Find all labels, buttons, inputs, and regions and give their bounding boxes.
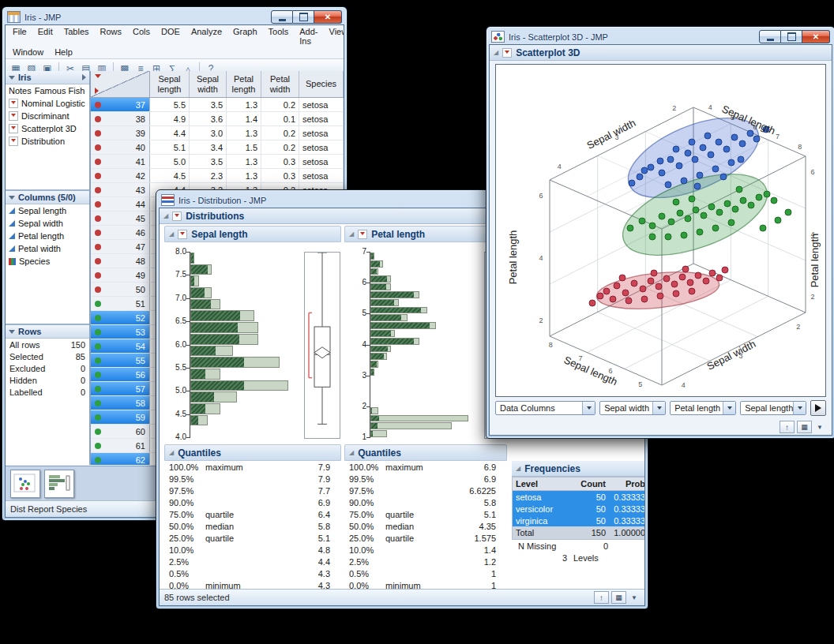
scroll-to-top-icon[interactable] xyxy=(780,421,795,433)
minimize-button[interactable] xyxy=(271,10,293,24)
table-corner-cell[interactable] xyxy=(91,71,150,97)
menu-tools[interactable]: Tools xyxy=(263,26,295,47)
histogram-bar[interactable] xyxy=(190,253,194,264)
histogram-bar[interactable] xyxy=(190,322,258,333)
histogram-bar[interactable] xyxy=(370,346,391,353)
data-point-setosa[interactable] xyxy=(631,280,637,286)
column-header[interactable]: Species xyxy=(299,71,344,97)
table-cell[interactable]: 1.5 xyxy=(227,140,261,154)
panel-collapse-icon[interactable] xyxy=(9,76,15,80)
red-triangle-menu-icon[interactable] xyxy=(9,99,18,108)
disclosure-icon[interactable]: ◢ xyxy=(163,213,168,219)
scroll-to-top-icon[interactable] xyxy=(594,591,609,604)
data-point-virginica[interactable] xyxy=(720,174,727,180)
data-point-virginica[interactable] xyxy=(641,167,648,174)
table-cell[interactable]: 1.3 xyxy=(227,155,261,168)
menu-add-ins[interactable]: Add-Ins xyxy=(294,26,323,47)
histogram-bar[interactable] xyxy=(190,334,258,345)
histogram-bar[interactable] xyxy=(370,260,383,268)
data-point-versicolor[interactable] xyxy=(771,197,777,204)
data-point-setosa[interactable] xyxy=(657,293,663,299)
row-number-cell[interactable]: 59 xyxy=(91,410,150,424)
table-cell[interactable]: 3.6 xyxy=(190,112,227,125)
table-cell[interactable]: 1.3 xyxy=(227,126,261,140)
menu-edit[interactable]: Edit xyxy=(32,26,58,47)
histogram-bar[interactable] xyxy=(190,391,237,402)
row-number-cell[interactable]: 50 xyxy=(91,283,150,296)
data-point-setosa[interactable] xyxy=(603,288,610,294)
columns-panel-header[interactable]: Columns (5/0) xyxy=(6,191,89,204)
outline-frequencies[interactable]: ◢ Frequencies xyxy=(512,461,644,477)
data-point-virginica[interactable] xyxy=(673,146,679,152)
data-point-setosa[interactable] xyxy=(626,298,632,304)
data-point-versicolor[interactable] xyxy=(685,215,691,222)
axis-combo-3[interactable]: Sepal length xyxy=(740,401,806,415)
data-point-setosa[interactable] xyxy=(622,290,629,296)
histogram-bar[interactable] xyxy=(190,310,254,321)
row-number-cell[interactable]: 56 xyxy=(91,368,150,381)
dropdown-icon[interactable] xyxy=(814,421,825,432)
data-point-virginica[interactable] xyxy=(648,164,654,170)
table-cell[interactable]: 1.3 xyxy=(227,98,261,111)
data-point-setosa[interactable] xyxy=(641,296,648,302)
histogram-bar[interactable] xyxy=(190,403,220,414)
row-number-cell[interactable]: 48 xyxy=(91,254,150,268)
data-columns-combo[interactable]: Data Columns xyxy=(495,401,595,415)
data-point-setosa[interactable] xyxy=(640,286,646,292)
maximize-button[interactable] xyxy=(781,30,802,43)
histogram-bar[interactable] xyxy=(370,253,374,260)
table-cell[interactable]: 0.2 xyxy=(261,126,299,140)
data-point-versicolor[interactable] xyxy=(649,234,656,240)
data-point-versicolor[interactable] xyxy=(639,218,645,224)
histogram-bar[interactable] xyxy=(190,299,220,310)
column-item[interactable]: Petal width xyxy=(6,242,89,255)
data-point-setosa[interactable] xyxy=(597,293,603,299)
disclosure-icon[interactable]: ◢ xyxy=(494,50,498,56)
data-point-virginica[interactable] xyxy=(738,156,744,163)
disclosure-icon[interactable]: ◢ xyxy=(349,450,354,456)
table-cell[interactable]: setosa xyxy=(299,155,344,168)
table-cell[interactable]: 3.5 xyxy=(190,98,227,111)
scatterplot-3d-plot[interactable]: 432456788765432642642Sepal widthSepal le… xyxy=(495,64,826,397)
table-cell[interactable]: 2.3 xyxy=(190,169,227,182)
histogram-bar[interactable] xyxy=(190,264,212,275)
data-point-versicolor[interactable] xyxy=(689,196,695,202)
histogram-bar[interactable] xyxy=(370,314,408,321)
histogram-bar[interactable] xyxy=(370,415,468,422)
histogram-bar[interactable] xyxy=(370,307,427,314)
chevron-down-icon[interactable] xyxy=(652,402,665,414)
data-point-versicolor[interactable] xyxy=(740,197,746,204)
panel-expand-icon[interactable] xyxy=(82,74,86,80)
histogram-bar[interactable] xyxy=(190,346,233,357)
data-point-versicolor[interactable] xyxy=(756,194,762,200)
histogram-bar[interactable] xyxy=(370,353,387,360)
data-point-virginica[interactable] xyxy=(667,156,674,163)
red-triangle-menu-icon[interactable] xyxy=(172,212,182,221)
row-number-cell[interactable]: 51 xyxy=(91,297,150,310)
data-point-virginica[interactable] xyxy=(676,163,682,169)
outline-quantiles[interactable]: ◢ Quantiles xyxy=(344,444,507,461)
table-cell[interactable]: 0.1 xyxy=(261,112,299,125)
data-point-setosa[interactable] xyxy=(687,279,693,286)
row-number-cell[interactable]: 54 xyxy=(91,339,150,353)
data-point-virginica[interactable] xyxy=(708,152,714,158)
data-point-versicolor[interactable] xyxy=(693,207,699,213)
data-point-versicolor[interactable] xyxy=(668,219,674,225)
data-point-setosa[interactable] xyxy=(663,275,670,282)
column-item[interactable]: Sepal length xyxy=(6,204,89,217)
data-point-versicolor[interactable] xyxy=(760,225,766,231)
box-plot-frame[interactable] xyxy=(304,252,340,439)
disclosure-icon[interactable]: ◢ xyxy=(349,231,354,238)
outline-scatterplot-3d[interactable]: ◢ Scatterplot 3D xyxy=(490,45,832,61)
menu-analyze[interactable]: Analyze xyxy=(186,26,227,47)
close-button[interactable] xyxy=(802,30,830,43)
data-point-versicolor[interactable] xyxy=(708,204,715,210)
chevron-down-icon[interactable] xyxy=(793,402,806,414)
histogram-bar[interactable] xyxy=(190,357,280,368)
table-cell[interactable]: setosa xyxy=(299,112,344,125)
window-list-icon[interactable] xyxy=(797,421,812,433)
histogram-bar[interactable] xyxy=(370,407,378,414)
data-point-setosa[interactable] xyxy=(614,283,620,289)
notes-row[interactable]: Notes Famous Fish xyxy=(6,84,89,97)
red-triangle-menu-icon[interactable] xyxy=(178,230,187,239)
